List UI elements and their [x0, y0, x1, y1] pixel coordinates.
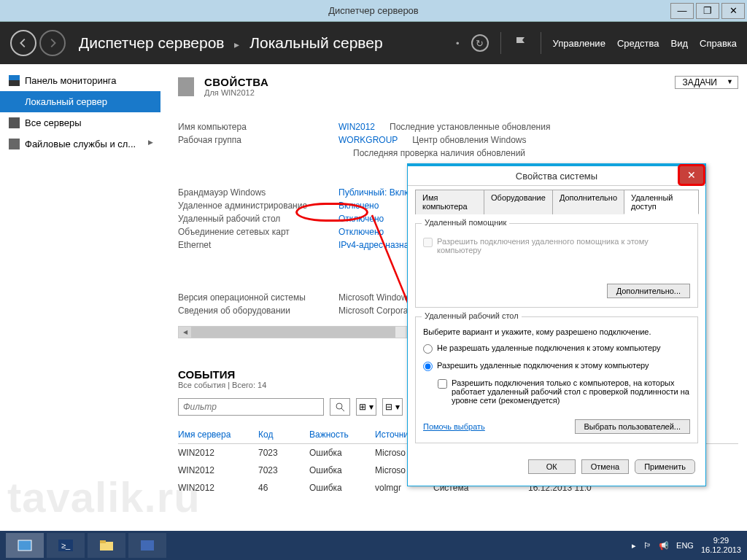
- computer-name-link[interactable]: WIN2012: [338, 122, 375, 132]
- breadcrumb-root[interactable]: Диспетчер серверов: [79, 34, 225, 51]
- search-button[interactable]: [330, 398, 350, 416]
- storage-icon: [9, 139, 20, 149]
- server-icon: [9, 96, 20, 107]
- refresh-button[interactable]: ↻: [471, 34, 489, 52]
- menu-manage[interactable]: Управление: [553, 38, 605, 49]
- apply-button[interactable]: Применить: [635, 459, 695, 474]
- sidebar-item-label: Все серверы: [25, 117, 82, 128]
- dashboard-icon: [9, 75, 20, 86]
- help-choose-link[interactable]: Помочь выбрать: [423, 422, 485, 431]
- remote-desktop-group: Удаленный рабочий стол Выберите вариант …: [415, 316, 698, 443]
- sidebar-item-all-servers[interactable]: Все серверы: [0, 112, 160, 133]
- rdp-prompt: Выберите вариант и укажите, кому разреше…: [423, 327, 690, 336]
- radio[interactable]: [423, 344, 433, 354]
- forward-button[interactable]: [39, 30, 66, 56]
- svg-point-0: [336, 403, 342, 409]
- rdp-option-on[interactable]: Разрешить удаленные подключения к этому …: [423, 361, 690, 371]
- assist-advanced-button[interactable]: Дополнительно...: [607, 284, 690, 298]
- radio-label: Не разрешать удаленные подключения к это…: [437, 343, 661, 352]
- svg-rect-10: [141, 540, 154, 551]
- svg-text:≥_: ≥_: [61, 541, 71, 550]
- rdp-option-off[interactable]: Не разрешать удаленные подключения к это…: [423, 343, 690, 354]
- tray-flag-icon[interactable]: ▸: [632, 541, 636, 551]
- tray-volume-icon[interactable]: 📢: [659, 541, 669, 551]
- menu-help[interactable]: Справка: [700, 38, 737, 49]
- svg-rect-9: [100, 540, 106, 543]
- servers-icon: [9, 117, 20, 128]
- col-code[interactable]: Код: [258, 429, 309, 440]
- allow-remote-assist-chk[interactable]: Разрешить подключения удаленного помощни…: [423, 237, 690, 254]
- taskbar-app[interactable]: [128, 533, 166, 558]
- cancel-button[interactable]: Отмена: [581, 459, 629, 474]
- tray-clock[interactable]: 9:29 16.12.2013: [701, 536, 741, 555]
- breadcrumb-current: Локальный сервер: [249, 34, 382, 51]
- tab-hardware[interactable]: Оборудование: [484, 190, 553, 214]
- group-legend: Удаленный помощник: [422, 218, 509, 227]
- sidebar-item-file-storage[interactable]: Файловые службы и сл...▶: [0, 133, 160, 155]
- checkbox: [423, 238, 433, 247]
- tasks-dropdown[interactable]: ЗАДАЧИ: [675, 76, 738, 89]
- system-properties-dialog: Свойства системы ✕ Имя компьютера Оборуд…: [407, 163, 706, 486]
- taskbar: ≥_ ▸ 🏳 📢 ENG 9:29 16.12.2013: [0, 531, 747, 560]
- radio[interactable]: [423, 362, 433, 371]
- tab-remote[interactable]: Удаленный доступ: [624, 190, 699, 214]
- prop-row: Имя компьютераWIN2012Последние установле…: [178, 120, 738, 133]
- filter-tags-button[interactable]: ⊟ ▾: [382, 398, 403, 416]
- filter-options-button[interactable]: ⊞ ▾: [356, 398, 376, 416]
- svg-line-1: [341, 408, 344, 411]
- group-legend: Удаленный рабочий стол: [422, 311, 522, 320]
- sidebar-item-label: Файловые службы и сл...: [25, 139, 136, 149]
- tab-computer-name[interactable]: Имя компьютера: [415, 190, 484, 214]
- tray-lang[interactable]: ENG: [676, 541, 694, 550]
- menu-tools[interactable]: Средства: [617, 38, 659, 49]
- checkbox-label: Разрешить подключения только с компьютер…: [452, 378, 690, 405]
- dialog-titlebar: Свойства системы ✕: [408, 164, 705, 186]
- annotation-oval: [295, 203, 368, 222]
- rdp-nla-chk[interactable]: Разрешить подключения только с компьютер…: [438, 378, 690, 405]
- dialog-close-button[interactable]: ✕: [678, 164, 705, 186]
- col-severity[interactable]: Важность: [309, 429, 375, 440]
- nic-teaming-link[interactable]: Отключено: [338, 227, 384, 237]
- breadcrumb: Диспетчер серверов ▸ Локальный сервер: [79, 34, 383, 52]
- sidebar-item-label: Панель мониторинга: [25, 75, 117, 86]
- minimize-button[interactable]: —: [670, 3, 694, 19]
- remote-assistance-group: Удаленный помощник Разрешить подключения…: [415, 223, 698, 308]
- taskbar-server-manager[interactable]: [6, 533, 44, 558]
- tile-icon: [178, 77, 194, 96]
- sidebar-item-label: Локальный сервер: [25, 96, 107, 107]
- radio-label: Разрешить удаленные подключения к этому …: [437, 361, 649, 370]
- watermark: tavalik.ru: [7, 472, 201, 521]
- dialog-tabs: Имя компьютера Оборудование Дополнительн…: [415, 189, 698, 214]
- checkbox-label: Разрешить подключения удаленного помощни…: [437, 237, 690, 254]
- properties-sub: Для WIN2012: [204, 88, 268, 97]
- checkbox[interactable]: [438, 379, 447, 389]
- events-filter-input[interactable]: [178, 398, 324, 416]
- flag-icon[interactable]: [513, 35, 529, 51]
- tab-advanced[interactable]: Дополнительно: [552, 190, 624, 214]
- window-titlebar: Диспетчер серверов — ❐ ✕: [0, 0, 747, 22]
- back-button[interactable]: [10, 30, 36, 56]
- taskbar-powershell[interactable]: ≥_: [47, 533, 85, 558]
- workgroup-link[interactable]: WORKGROUP: [338, 135, 398, 145]
- maximize-button[interactable]: ❐: [696, 3, 719, 19]
- sidebar: Панель мониторинга Локальный сервер Все …: [0, 64, 160, 531]
- header-toolbar: Диспетчер серверов ▸ Локальный сервер • …: [0, 22, 747, 64]
- ok-button[interactable]: ОК: [528, 459, 576, 474]
- prop-row: Последняя проверка наличия обновлений: [178, 147, 738, 160]
- close-button[interactable]: ✕: [721, 3, 745, 19]
- select-users-button[interactable]: Выбрать пользователей...: [575, 419, 691, 434]
- prop-row: Рабочая группаWORKGROUPЦентр обновления …: [178, 133, 738, 147]
- sidebar-item-local-server[interactable]: Локальный сервер: [0, 91, 160, 112]
- taskbar-explorer[interactable]: [88, 533, 125, 558]
- col-server[interactable]: Имя сервера: [178, 429, 258, 440]
- sidebar-item-dashboard[interactable]: Панель мониторинга: [0, 70, 160, 91]
- tray-action-center-icon[interactable]: 🏳: [643, 541, 651, 550]
- svg-rect-5: [18, 540, 31, 551]
- h-scrollbar[interactable]: ◀▶: [178, 326, 419, 338]
- properties-heading: СВОЙСТВА: [204, 76, 268, 88]
- window-title: Диспетчер серверов: [328, 5, 419, 16]
- dialog-title: Свойства системы: [516, 171, 597, 182]
- menu-view[interactable]: Вид: [670, 38, 688, 49]
